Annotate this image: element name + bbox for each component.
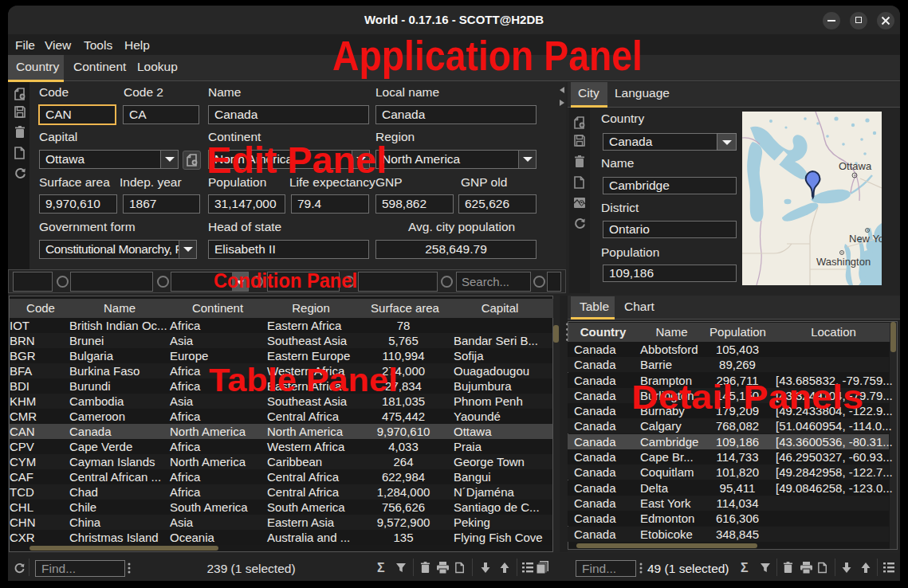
svg-text:Table Panel: Table Panel [209,362,398,398]
svg-text:Detail Panels: Detail Panels [631,378,863,416]
svg-text:Condition Panel: Condition Panel [214,269,357,292]
svg-text:Application Panel: Application Panel [332,33,643,79]
svg-text:Edit Panel: Edit Panel [206,139,387,181]
